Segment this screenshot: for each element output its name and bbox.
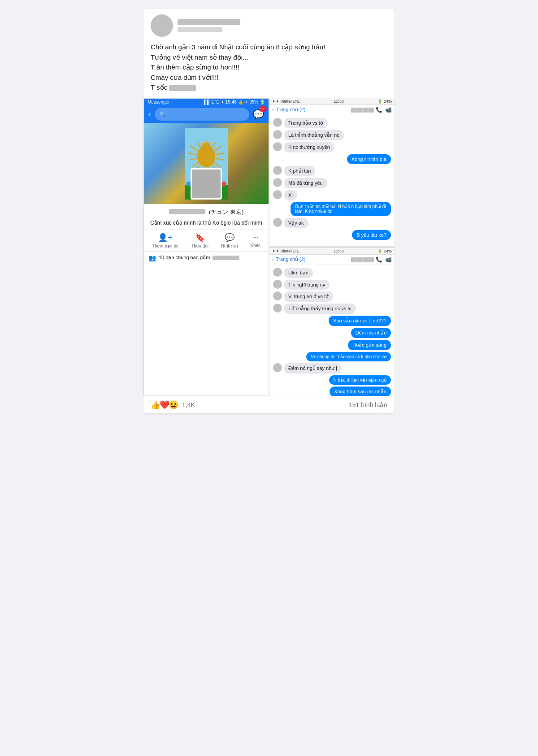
more-icon: ··· — [252, 233, 259, 242]
chat-avatar — [273, 142, 282, 151]
chat-avatar — [273, 291, 282, 300]
like-emoji: 👍 — [151, 400, 161, 410]
message-icon: 💬 — [225, 233, 234, 243]
mutual-friends-icon: 👥 — [148, 254, 156, 261]
user-info — [178, 19, 240, 32]
nav-name-redacted: ████████ — [351, 108, 374, 112]
message-button[interactable]: 💬 Nhắn tin — [221, 233, 238, 248]
msg-received-b5: Đêm nó ngủ say như j — [273, 363, 391, 374]
heart-emoji: ❤️ — [160, 400, 169, 410]
profile-actions: 👤+ Thêm bạn bè 🔖 Theo dõi 💬 Nhắn tin ···… — [144, 230, 269, 251]
video-icon-bottom[interactable]: 📹 — [385, 256, 392, 263]
chat-screenshot-top: ✦✦ Viettel LTE 11:38 🔋 24% ‹ Trang chủ (… — [269, 98, 395, 246]
msg-sent-b4: Ns chung là t bảo sao ck k ntin cho vợ — [273, 352, 391, 361]
meta-bar — [178, 27, 222, 32]
chat-avatar — [273, 280, 282, 289]
chat-nav-bottom: ‹ Trang chủ (2) ████████ 📞 📹 — [269, 255, 395, 265]
chat-avatar — [273, 218, 282, 227]
chat-nav-top: ‹ Trang chủ (2) ████████ 📞 📹 — [269, 105, 395, 115]
add-friend-icon: 👤+ — [158, 233, 173, 243]
profile-cover-photo — [144, 123, 269, 204]
chat-avatar — [273, 178, 282, 187]
chat-avatar — [273, 130, 282, 139]
post-text: Chờ anh gần 3 năm đi Nhật cuối cùng ăn 8… — [143, 40, 395, 98]
reaction-icons: 👍 ❤️ 😆 — [151, 400, 178, 410]
back-icon[interactable]: ‹ — [148, 109, 151, 119]
add-friend-button[interactable]: 👤+ Thêm bạn bè — [152, 233, 178, 248]
reaction-count: 1,4K — [182, 401, 195, 408]
phone-status-bar: Messenger ▌▌ LTE ✦ 15:46 🔒 ✈ 95% 🔋 — [144, 99, 269, 105]
haha-emoji: 😆 — [169, 400, 178, 410]
chat-avatar — [273, 118, 282, 127]
chat-avatar — [273, 363, 282, 372]
msg-received-b2: T k nghĩ trung nv — [273, 280, 391, 290]
chat-messages-bottom: Ukm bạn T k nghĩ trung nv Vi trung nó ở … — [269, 265, 395, 396]
msg-sent-1: Xong r n tán b à — [273, 154, 391, 164]
phone-icon-bottom[interactable]: 📞 — [376, 256, 382, 263]
search-icon: 🔍 — [159, 111, 166, 117]
username-bar — [178, 19, 240, 25]
chat-panel: ✦✦ Viettel LTE 11:38 🔋 24% ‹ Trang chủ (… — [269, 98, 395, 396]
msg-sent-b5: N bảo đi làm về mệt n ngủ — [273, 375, 391, 385]
msg-sent-b2: Đêm ms nhắn — [273, 328, 391, 338]
msg-received-7: Vậy ak — [273, 218, 391, 228]
chat-avatar — [273, 166, 282, 175]
content-grid: Messenger ▌▌ LTE ✦ 15:46 🔒 ✈ 95% 🔋 ‹ 🔍 💬 — [143, 98, 395, 396]
msg-sent-b6: Xong hôm sau ms nhắn — [273, 387, 391, 396]
chat-messages-top: Trung bảo vs tớ Là thỉnh thoảng vẫn nc K… — [269, 115, 395, 243]
post-footer: 👍 ❤️ 😆 1,4K 151 bình luận — [143, 396, 395, 413]
chat-avatar — [273, 304, 282, 313]
msg-received-b3: Vi trung nó ở vs tớ — [273, 291, 391, 302]
msg-received-b1: Ukm bạn — [273, 268, 391, 278]
redacted-text — [169, 85, 196, 91]
chat-back-icon-bottom[interactable]: ‹ — [272, 256, 274, 263]
chat-nav-icons-top: 📞 📹 — [376, 107, 392, 113]
reactions: 👍 ❤️ 😆 1,4K — [151, 400, 195, 410]
notification-badge: 9+ — [259, 106, 267, 112]
msg-sent-b1: Sao vẫn ntin vs t mà??? — [273, 316, 391, 326]
msg-sent-2: Bọn t vẫn nc mỗi tối. N bảo n bận làm ph… — [273, 202, 391, 216]
msg-received-4: K phải tán — [273, 166, 391, 176]
video-icon[interactable]: 📹 — [385, 107, 392, 113]
search-bar[interactable]: 🔍 — [155, 108, 249, 121]
msg-sent-b3: Hoặc gần sáng — [273, 340, 391, 350]
chat-nav-icons-bottom: 📞 📹 — [376, 256, 392, 263]
profile-name-redacted — [169, 209, 205, 214]
profile-tagline: Cảm xúc của mình là thứ Ko bgio lừa dối … — [144, 220, 269, 230]
msg-received-5: Mà đã từng yêu — [273, 178, 391, 188]
profile-name-area: (チュン 東京) — [144, 204, 269, 220]
msg-received-1: Trung bảo vs tớ — [273, 118, 391, 128]
follow-button[interactable]: 🔖 Theo dõi — [191, 233, 208, 248]
msg-received-6: Xl — [273, 190, 391, 200]
msg-received-3: K nc thường xuyên — [273, 142, 391, 152]
chat-status-bar-top: ✦✦ Viettel LTE 11:38 🔋 24% — [269, 98, 395, 105]
more-button[interactable]: ··· Khác — [250, 233, 260, 248]
avatar — [151, 14, 173, 37]
post-header — [143, 9, 395, 40]
follow-icon: 🔖 — [195, 233, 205, 243]
msg-received-b4: Tớ chẳng thấy trung nc vs ai — [273, 304, 391, 314]
mutual-friends: 👥 10 bạn chung bao gồm — [144, 251, 269, 264]
chat-status-bar-bottom: ✦✦ Viettel LTE 11:38 🔋 24% — [269, 248, 395, 255]
nav-name-redacted-bottom: ████████ — [351, 257, 374, 262]
chat-back-icon-top[interactable]: ‹ — [272, 107, 274, 113]
profile-picture-overlay — [191, 168, 222, 200]
messenger-icon[interactable]: 💬 9+ — [253, 109, 264, 120]
messenger-nav: ‹ 🔍 💬 9+ — [144, 105, 269, 123]
comment-count: 151 bình luận — [349, 401, 387, 408]
msg-sent-3: B yêu lâu ko? — [273, 230, 391, 240]
mutual-bar-redacted — [213, 256, 239, 260]
post-card: Chờ anh gần 3 năm đi Nhật cuối cùng ăn 8… — [143, 9, 395, 413]
msg-received-2: Là thỉnh thoảng vẫn nc — [273, 130, 391, 140]
chat-avatar — [273, 268, 282, 277]
phone-icon[interactable]: 📞 — [376, 107, 382, 113]
facebook-profile-screenshot: Messenger ▌▌ LTE ✦ 15:46 🔒 ✈ 95% 🔋 ‹ 🔍 💬 — [143, 98, 269, 396]
chat-screenshot-bottom: ✦✦ Viettel LTE 11:38 🔋 24% ‹ Trang chủ (… — [269, 248, 395, 396]
svg-rect-24 — [222, 182, 226, 186]
chat-avatar — [273, 190, 282, 199]
